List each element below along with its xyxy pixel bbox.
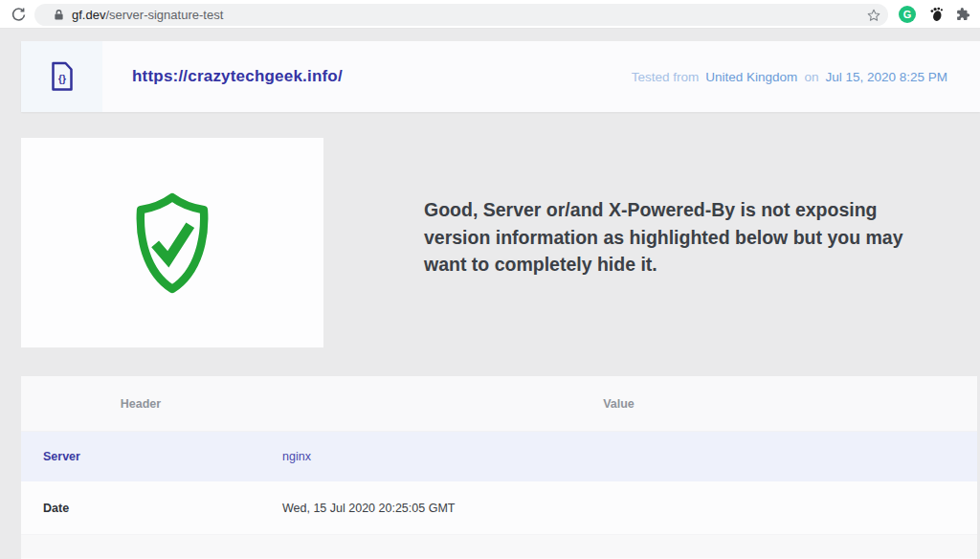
extensions-puzzle-icon[interactable] [953, 5, 972, 24]
gnome-foot-extension-icon[interactable] [926, 5, 946, 24]
reload-icon[interactable] [9, 5, 28, 24]
file-code-icon: {} [21, 41, 102, 112]
address-bar[interactable]: gf.dev/server-signature-test [34, 4, 888, 26]
url-path: /server-signature-test [105, 8, 223, 22]
lock-icon[interactable] [54, 9, 64, 21]
url-domain: gf.dev [72, 8, 105, 22]
tested-meta: Tested from United Kingdom on Jul 15, 20… [632, 41, 947, 112]
header-value: Wed, 15 Jul 2020 20:25:05 GMT [260, 481, 977, 534]
header-name: Server [21, 432, 260, 481]
tested-site-url-link[interactable]: https://crazytechgeek.info/ [132, 41, 343, 112]
grammarly-g-glyph: G [899, 6, 916, 23]
result-card [21, 138, 323, 347]
tested-on-label: on [804, 70, 818, 84]
scan-summary-bar: {} https://crazytechgeek.info/ Tested fr… [21, 41, 980, 112]
header-value: nginx [260, 432, 977, 481]
column-value: Value [260, 376, 977, 431]
tested-from-label: Tested from [632, 70, 700, 84]
browser-toolbar: gf.dev/server-signature-test G [0, 0, 980, 29]
table-row-server: Server nginx [21, 432, 977, 481]
result-message: Good, Server or/and X-Powered-By is not … [424, 196, 946, 279]
table-row-date: Date Wed, 15 Jul 2020 20:25:05 GMT [21, 481, 977, 535]
shield-check-icon [127, 190, 217, 296]
grammarly-extension-icon[interactable]: G [898, 5, 917, 24]
response-headers-table: Header Value Server nginx Date Wed, 15 J… [21, 376, 977, 559]
header-name: Date [21, 481, 260, 534]
url-text[interactable]: gf.dev/server-signature-test [72, 8, 223, 22]
bookmark-star-icon[interactable] [865, 7, 882, 24]
column-header: Header [21, 376, 260, 431]
file-icon-glyph: {} [58, 74, 66, 84]
table-row-partial [21, 535, 977, 558]
tested-timestamp: Jul 15, 2020 8:25 PM [825, 70, 947, 84]
tested-location: United Kingdom [705, 70, 797, 84]
table-header-row: Header Value [21, 376, 977, 432]
